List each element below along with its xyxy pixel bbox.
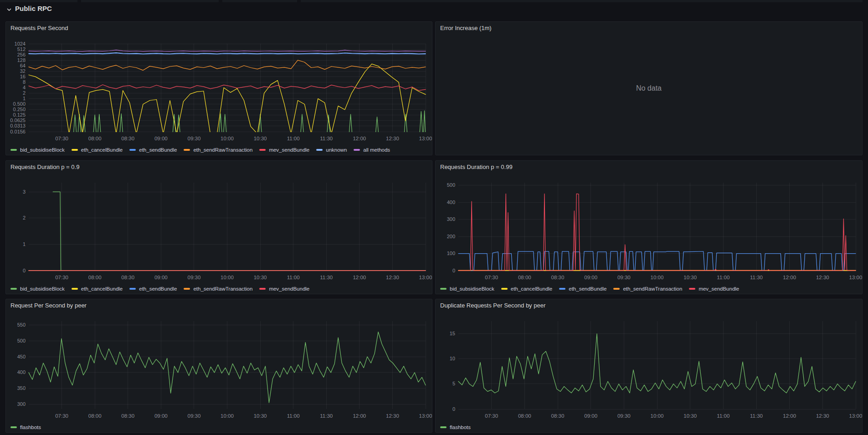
svg-text:09:00: 09:00	[154, 413, 168, 419]
legend-swatch	[10, 426, 17, 428]
chart-canvas[interactable]: 30035040045050055007:3008:0008:3009:0009…	[6, 299, 432, 432]
svg-text:10:30: 10:30	[254, 136, 267, 141]
svg-text:11:30: 11:30	[750, 413, 763, 419]
svg-text:300: 300	[447, 216, 455, 222]
legend-item-mev_sendBundle[interactable]: mev_sendBundle	[259, 286, 309, 292]
svg-text:08:30: 08:30	[121, 413, 134, 419]
legend-item-eth_cancelBundle[interactable]: eth_cancelBundle	[72, 286, 123, 292]
legend-swatch	[129, 149, 136, 151]
legend-item-bid_subsidiseBlock[interactable]: bid_subsidiseBlock	[440, 286, 494, 292]
top-edge-panel-fragment	[222, 0, 297, 2]
svg-text:09:30: 09:30	[188, 136, 201, 141]
chart-canvas[interactable]: 010020030040050007:3008:0008:3009:0009:3…	[436, 161, 862, 294]
panel-title[interactable]: Request Per Second by peer	[10, 302, 87, 309]
svg-text:10:00: 10:00	[221, 275, 234, 280]
chevron-down-icon	[6, 6, 12, 11]
legend-label: flashbots	[20, 425, 41, 430]
legend-swatch	[440, 426, 447, 428]
section-title: Public RPC	[15, 5, 52, 12]
svg-text:1024: 1024	[15, 41, 26, 46]
svg-text:350: 350	[17, 385, 26, 391]
svg-text:09:30: 09:30	[188, 275, 201, 280]
svg-text:1: 1	[23, 241, 26, 247]
legend-swatch	[501, 288, 508, 290]
legend-swatch	[10, 288, 17, 290]
section-row-public-rpc[interactable]: Public RPC	[6, 5, 52, 12]
legend-label: eth_sendRawTransaction	[193, 286, 252, 292]
svg-text:11:00: 11:00	[287, 413, 300, 419]
legend-swatch	[259, 149, 266, 151]
panel-title[interactable]: Requests Per Second	[10, 25, 68, 31]
legend-label: eth_sendRawTransaction	[623, 286, 682, 292]
legend-item-eth_sendRawTransaction[interactable]: eth_sendRawTransaction	[184, 286, 252, 292]
svg-text:1: 1	[23, 96, 26, 101]
svg-text:0: 0	[23, 268, 26, 273]
svg-text:13:00: 13:00	[419, 136, 432, 141]
top-edge-panel-fragment	[81, 0, 219, 2]
legend-item-eth_sendBundle[interactable]: eth_sendBundle	[129, 286, 177, 292]
svg-text:500: 500	[447, 182, 455, 188]
legend-item-bid_subsidiseBlock[interactable]: bid_subsidiseBlock	[10, 147, 65, 153]
panel-title[interactable]: Requests Duration p = 0.9	[10, 164, 79, 170]
legend-swatch	[316, 149, 323, 151]
legend-label: all methods	[363, 147, 390, 153]
legend-label: eth_cancelBundle	[511, 286, 552, 292]
panel-title[interactable]: Error Increase (1m)	[440, 25, 492, 31]
chart-canvas[interactable]: 05101507:3008:0008:3009:0009:3010:0010:3…	[436, 299, 862, 432]
panel-requests-duration-p90: Requests Duration p = 0.9 012307:3008:00…	[5, 160, 432, 294]
svg-text:12:00: 12:00	[783, 275, 796, 280]
svg-text:200: 200	[447, 234, 455, 239]
svg-text:16: 16	[20, 74, 26, 79]
legend-item-flashbots[interactable]: flashbots	[440, 425, 471, 430]
svg-text:10:00: 10:00	[651, 413, 664, 419]
legend-item-eth_sendBundle[interactable]: eth_sendBundle	[559, 286, 606, 292]
legend-swatch	[72, 149, 78, 151]
svg-text:09:00: 09:00	[584, 275, 597, 280]
panel-requests-per-second: Requests Per Second 10245122561286432168…	[5, 21, 432, 155]
svg-text:12:30: 12:30	[816, 275, 829, 280]
legend-item-bid_subsidiseBlock[interactable]: bid_subsidiseBlock	[10, 286, 65, 292]
svg-text:13:00: 13:00	[849, 413, 862, 419]
svg-text:10:00: 10:00	[221, 413, 234, 419]
svg-text:08:00: 08:00	[518, 275, 531, 280]
svg-text:300: 300	[17, 401, 26, 407]
legend-item-mev_sendBundle[interactable]: mev_sendBundle	[259, 147, 309, 153]
legend-item-eth_sendRawTransaction[interactable]: eth_sendRawTransaction	[184, 147, 252, 153]
legend-label: eth_sendRawTransaction	[193, 147, 252, 153]
panel-title[interactable]: Requests Duration p = 0.99	[440, 164, 513, 170]
legend: bid_subsidiseBlocketh_cancelBundleeth_se…	[10, 147, 390, 153]
svg-text:10:30: 10:30	[683, 275, 697, 280]
panel-title[interactable]: Duplicate Requests Per Second by peer	[440, 302, 545, 309]
legend-item-unknown[interactable]: unknown	[316, 147, 347, 153]
svg-text:0.500: 0.500	[13, 101, 26, 107]
legend-item-mev_sendBundle[interactable]: mev_sendBundle	[689, 286, 739, 292]
legend-item-eth_cancelBundle[interactable]: eth_cancelBundle	[501, 286, 552, 292]
legend-label: eth_cancelBundle	[81, 286, 123, 292]
legend-item-eth_cancelBundle[interactable]: eth_cancelBundle	[72, 147, 123, 153]
legend-item-all-methods[interactable]: all methods	[354, 147, 390, 153]
svg-text:07:30: 07:30	[55, 275, 68, 280]
svg-text:64: 64	[20, 63, 26, 68]
legend-label: bid_subsidiseBlock	[20, 147, 65, 153]
legend-swatch	[559, 288, 565, 290]
svg-text:13:00: 13:00	[419, 413, 432, 419]
svg-text:11:00: 11:00	[287, 136, 300, 141]
svg-text:550: 550	[17, 322, 26, 328]
svg-text:07:30: 07:30	[485, 413, 498, 419]
legend-label: eth_cancelBundle	[81, 147, 123, 153]
svg-text:11:00: 11:00	[717, 413, 729, 419]
svg-text:12:30: 12:30	[816, 413, 829, 419]
legend-item-flashbots[interactable]: flashbots	[10, 425, 41, 430]
top-edge-panel-fragment	[301, 0, 863, 2]
chart-canvas[interactable]: 102451225612864321684210.5000.2500.1250.…	[6, 22, 432, 155]
legend-item-eth_sendBundle[interactable]: eth_sendBundle	[129, 147, 177, 153]
svg-text:8: 8	[23, 79, 26, 85]
svg-text:0.0625: 0.0625	[10, 118, 26, 123]
svg-text:11:30: 11:30	[320, 413, 333, 419]
chart-canvas[interactable]: 012307:3008:0008:3009:0009:3010:0010:301…	[6, 161, 432, 294]
legend: flashbots	[440, 425, 471, 430]
legend-swatch	[72, 288, 78, 290]
svg-text:12:30: 12:30	[386, 275, 399, 280]
svg-text:11:00: 11:00	[287, 275, 300, 280]
legend-item-eth_sendRawTransaction[interactable]: eth_sendRawTransaction	[613, 286, 682, 292]
